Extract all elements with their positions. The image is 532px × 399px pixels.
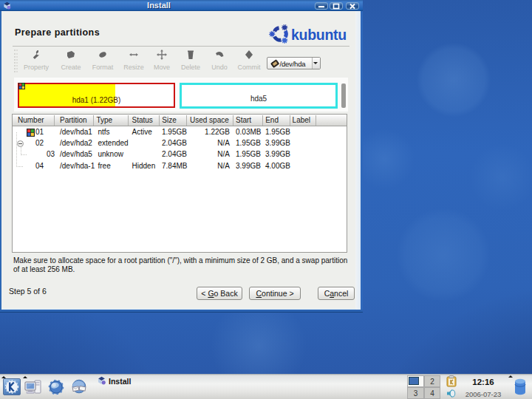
- svg-text:kubuntu: kubuntu: [291, 27, 347, 43]
